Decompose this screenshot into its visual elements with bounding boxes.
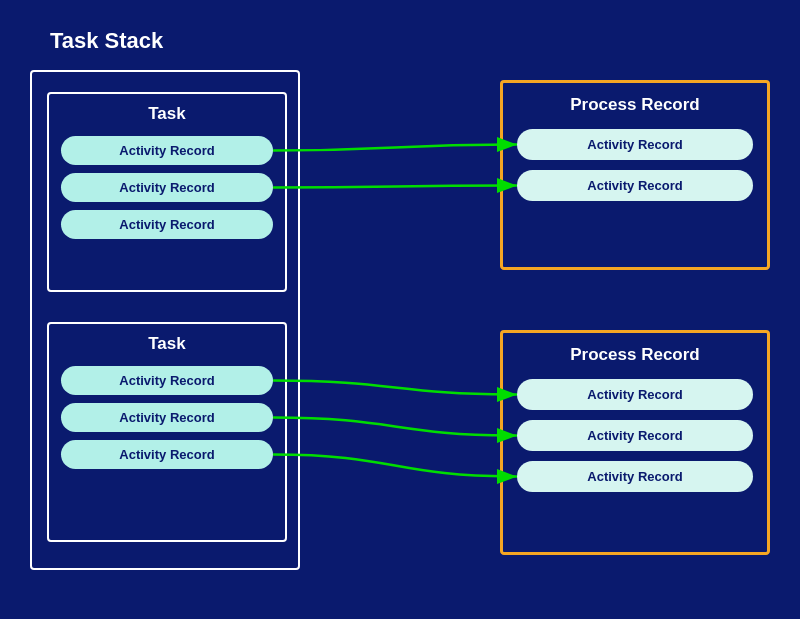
process1-activity-2: Activity Record — [517, 170, 753, 201]
diagram-container: Task Stack Task Activity Record Activity… — [0, 0, 800, 619]
process2-activity-2: Activity Record — [517, 420, 753, 451]
process2-activity-1: Activity Record — [517, 379, 753, 410]
process-record-1-label: Process Record — [517, 95, 753, 115]
task2-activity-1: Activity Record — [61, 366, 273, 395]
task-stack-box: Task Activity Record Activity Record Act… — [30, 70, 300, 570]
page-title: Task Stack — [50, 28, 163, 54]
process2-activity-3: Activity Record — [517, 461, 753, 492]
task-2-label: Task — [61, 334, 273, 354]
process-record-2-label: Process Record — [517, 345, 753, 365]
task-box-2: Task Activity Record Activity Record Act… — [47, 322, 287, 542]
task1-activity-1: Activity Record — [61, 136, 273, 165]
process-record-box-1: Process Record Activity Record Activity … — [500, 80, 770, 270]
task-box-1: Task Activity Record Activity Record Act… — [47, 92, 287, 292]
process1-activity-1: Activity Record — [517, 129, 753, 160]
task2-activity-3: Activity Record — [61, 440, 273, 469]
task-1-label: Task — [61, 104, 273, 124]
task1-activity-3: Activity Record — [61, 210, 273, 239]
process-record-box-2: Process Record Activity Record Activity … — [500, 330, 770, 555]
task1-activity-2: Activity Record — [61, 173, 273, 202]
task2-activity-2: Activity Record — [61, 403, 273, 432]
